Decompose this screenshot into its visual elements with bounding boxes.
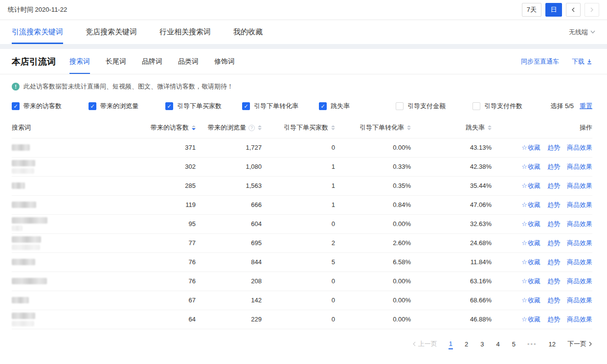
filter-payment-amount[interactable]: 引导支付金额 (396, 102, 472, 111)
page-4[interactable]: 4 (495, 340, 500, 349)
subtab-modifier-words[interactable]: 修饰词 (214, 49, 235, 74)
product-effect-link[interactable]: 商品效果 (567, 258, 592, 266)
filter-order-buyers[interactable]: 引导下单买家数 (165, 102, 242, 111)
ellipsis-pages[interactable]: ••• (527, 341, 537, 348)
tab-industry-search-keywords[interactable]: 行业相关搜索词 (159, 20, 211, 44)
trend-link[interactable]: 趋势 (547, 163, 560, 170)
prev-page-button[interactable]: 上一页 (412, 340, 437, 348)
cell-conversion: 6.58% (335, 252, 411, 272)
favorite-link[interactable]: ☆收藏 (521, 182, 540, 189)
cell-conversion: 0.33% (335, 157, 411, 176)
header-pageviews[interactable]: 带来的浏览量? (196, 117, 262, 138)
redacted-keyword-line2 (12, 245, 40, 250)
word-type-subtabs: 搜索词 长尾词 品牌词 品类词 修饰词 (69, 49, 235, 74)
filter-bounce-rate[interactable]: 跳失率 (319, 102, 396, 111)
trend-link[interactable]: 趋势 (547, 277, 560, 285)
header-keyword: 搜索词 (12, 117, 124, 138)
sort-icon[interactable] (331, 125, 335, 130)
product-effect-link[interactable]: 商品效果 (567, 163, 592, 170)
trend-link[interactable]: 趋势 (547, 201, 560, 208)
download-link[interactable]: 下载 (572, 57, 592, 66)
product-effect-link[interactable]: 商品效果 (567, 220, 592, 228)
favorite-link[interactable]: ☆收藏 (521, 296, 540, 304)
cell-visitors: 67 (124, 291, 196, 310)
next-page-button[interactable]: 下一页 (567, 340, 592, 348)
reset-filters-link[interactable]: 重置 (580, 102, 592, 111)
chevron-right-icon (588, 341, 592, 346)
keywords-table: 搜索词 带来的访客数 带来的浏览量? 引导下单买家数 引导下单转化率 跳失率 操… (12, 117, 592, 329)
cell-buyers: 0 (262, 291, 335, 310)
cell-buyers: 1 (262, 176, 335, 195)
filter-order-conversion[interactable]: 引导下单转化率 (242, 102, 319, 111)
header-order-conversion[interactable]: 引导下单转化率 (335, 117, 411, 138)
product-effect-link[interactable]: 商品效果 (567, 316, 592, 323)
filter-pageviews[interactable]: 带来的浏览量 (89, 102, 165, 111)
cell-visitors: 302 (124, 157, 196, 176)
trend-link[interactable]: 趋势 (547, 239, 560, 247)
cell-visitors: 64 (124, 310, 196, 329)
favorite-link[interactable]: ☆收藏 (521, 277, 540, 285)
checkbox[interactable] (165, 102, 173, 110)
favorite-link[interactable]: ☆收藏 (521, 316, 540, 323)
cell-buyers: 0 (262, 214, 335, 233)
favorite-link[interactable]: ☆收藏 (521, 239, 540, 247)
favorite-link[interactable]: ☆收藏 (521, 258, 540, 266)
cell-pageviews: 1,727 (196, 138, 262, 157)
sort-icon[interactable] (192, 125, 196, 130)
page-2[interactable]: 2 (464, 340, 469, 349)
table-row: 67 142 0 0.00% 68.66% ☆收藏趋势商品效果 (12, 291, 592, 310)
tab-traffic-search-keywords[interactable]: 引流搜索关键词 (12, 20, 63, 44)
sort-icon[interactable] (488, 125, 492, 130)
favorite-link[interactable]: ☆收藏 (521, 201, 540, 208)
checkbox[interactable] (472, 102, 480, 110)
subtab-longtail-words[interactable]: 长尾词 (106, 49, 126, 74)
cell-bounce: 63.16% (411, 272, 492, 291)
trend-link[interactable]: 趋势 (547, 220, 560, 228)
range-day-button[interactable]: 日 (545, 3, 562, 17)
range-7day-button[interactable]: 7天 (522, 3, 541, 17)
next-date-button[interactable] (585, 3, 599, 17)
tab-my-favorites[interactable]: 我的收藏 (233, 20, 263, 44)
prev-date-button[interactable] (566, 3, 581, 17)
page-12[interactable]: 12 (548, 340, 556, 349)
filter-visitors[interactable]: 带来的访客数 (12, 102, 89, 111)
cell-buyers: 2 (262, 233, 335, 252)
star-icon: ☆ (521, 239, 527, 247)
product-effect-link[interactable]: 商品效果 (567, 144, 592, 151)
tab-competitor-search-keywords[interactable]: 竞店搜索关键词 (86, 20, 137, 44)
favorite-link[interactable]: ☆收藏 (521, 220, 540, 228)
product-effect-link[interactable]: 商品效果 (567, 201, 592, 208)
sort-icon[interactable] (258, 125, 262, 130)
cell-bounce: 24.68% (411, 233, 492, 252)
filter-payment-items[interactable]: 引导支付件数 (472, 102, 549, 111)
help-icon[interactable]: ? (248, 125, 255, 131)
trend-link[interactable]: 趋势 (547, 258, 560, 266)
subtab-category-words[interactable]: 品类词 (178, 49, 199, 74)
product-effect-link[interactable]: 商品效果 (567, 239, 592, 247)
header-order-buyers[interactable]: 引导下单买家数 (262, 117, 335, 138)
subtab-search-words[interactable]: 搜索词 (69, 49, 90, 74)
page-5[interactable]: 5 (512, 340, 516, 349)
subtab-brand-words[interactable]: 品牌词 (142, 49, 162, 74)
channel-selector[interactable]: 无线端 (569, 28, 595, 37)
sort-icon[interactable] (407, 125, 411, 130)
trend-link[interactable]: 趋势 (547, 144, 560, 151)
checkbox[interactable] (242, 102, 250, 110)
sync-to-ztc-link[interactable]: 同步至直通车 (521, 57, 559, 66)
header-bounce-rate[interactable]: 跳失率 (411, 117, 492, 138)
product-effect-link[interactable]: 商品效果 (567, 277, 592, 285)
page-1[interactable]: 1 (449, 339, 453, 349)
trend-link[interactable]: 趋势 (547, 316, 560, 323)
checkbox[interactable] (12, 102, 20, 110)
page-3[interactable]: 3 (480, 340, 484, 349)
favorite-link[interactable]: ☆收藏 (521, 163, 540, 170)
header-visitors[interactable]: 带来的访客数 (124, 117, 196, 138)
favorite-link[interactable]: ☆收藏 (521, 144, 540, 151)
product-effect-link[interactable]: 商品效果 (567, 296, 592, 304)
checkbox[interactable] (396, 102, 404, 110)
trend-link[interactable]: 趋势 (547, 296, 560, 304)
product-effect-link[interactable]: 商品效果 (567, 182, 592, 189)
checkbox[interactable] (319, 102, 327, 110)
checkbox[interactable] (89, 102, 96, 110)
trend-link[interactable]: 趋势 (547, 182, 560, 189)
